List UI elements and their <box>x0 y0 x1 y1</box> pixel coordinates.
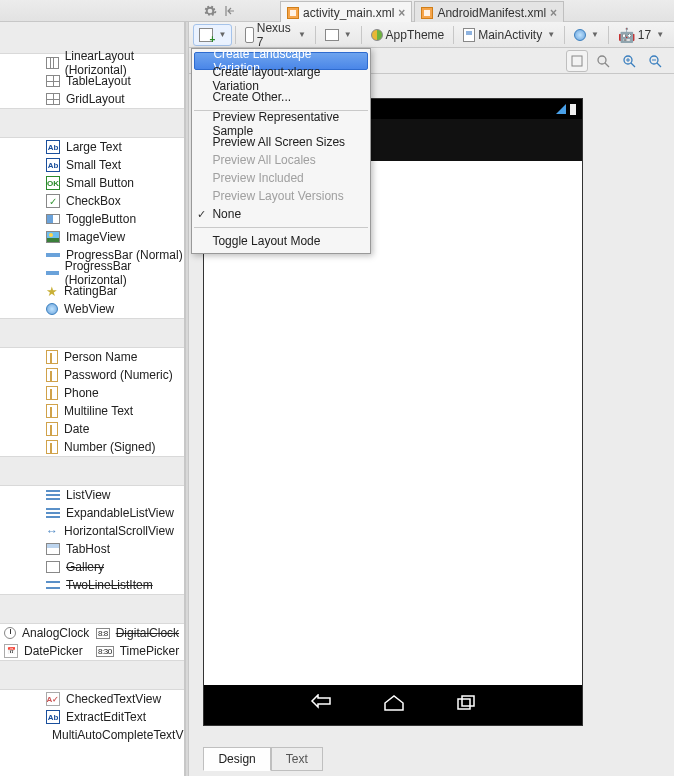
textfield-icon <box>46 350 58 364</box>
theme-dropdown[interactable]: AppTheme <box>365 24 451 46</box>
svg-line-8 <box>657 63 661 67</box>
collapse-icon[interactable] <box>220 0 240 21</box>
zoom-fit-button[interactable] <box>566 50 588 72</box>
clock-icon: 8:8 <box>96 628 110 639</box>
menu-none[interactable]: None <box>192 205 370 223</box>
palette-item-multiline[interactable]: Multiline Text <box>0 402 184 420</box>
palette-item-multiautocomplete[interactable]: MultiAutoCompleteTextView <box>0 726 184 744</box>
chevron-down-icon: ▼ <box>547 30 555 39</box>
palette-item-linearlayout-h[interactable]: LinearLayout (Horizontal) <box>0 54 184 72</box>
nav-home-icon <box>382 694 406 716</box>
palette-item-gallery[interactable]: Gallery <box>0 558 184 576</box>
palette-item-twolinelist[interactable]: TwoLineListItem <box>0 576 184 594</box>
signal-icon <box>556 104 566 114</box>
globe-icon <box>46 303 58 315</box>
xml-file-icon <box>421 7 433 19</box>
menu-toggle-layout[interactable]: Toggle Layout Mode <box>192 232 370 250</box>
menu-create-other[interactable]: Create Other... <box>192 88 370 106</box>
palette-item-expandablelist[interactable]: ExpandableListView <box>0 504 184 522</box>
palette-item-gridlayout[interactable]: GridLayout <box>0 90 184 108</box>
list-icon <box>46 489 60 501</box>
activity-dropdown[interactable]: MainActivity▼ <box>457 24 561 46</box>
palette-item-togglebutton[interactable]: ToggleButton <box>0 210 184 228</box>
zoom-in-button[interactable] <box>618 50 640 72</box>
theme-label: AppTheme <box>386 28 445 42</box>
palette-item-ratingbar[interactable]: ★RatingBar <box>0 282 184 300</box>
zoom-out-button[interactable] <box>644 50 666 72</box>
palette-item-number-signed[interactable]: Number (Signed) <box>0 438 184 456</box>
chevron-down-icon: ▼ <box>656 30 664 39</box>
palette-item-extractedittext[interactable]: AbExtractEditText <box>0 708 184 726</box>
close-icon[interactable]: × <box>398 6 405 20</box>
close-icon[interactable]: × <box>550 6 557 20</box>
palette-item-tabhost[interactable]: TabHost <box>0 540 184 558</box>
battery-icon <box>570 104 576 115</box>
button-icon: OK <box>46 176 60 190</box>
device-dropdown[interactable]: Nexus 7▼ <box>239 24 312 46</box>
clock-icon: 8:30 <box>96 646 114 657</box>
api-dropdown[interactable]: 🤖 17▼ <box>612 24 670 46</box>
bottom-tab-design[interactable]: Design <box>203 747 270 771</box>
svg-rect-0 <box>572 56 582 66</box>
text-icon: A✓ <box>46 692 60 706</box>
menu-preview-sizes[interactable]: Preview All Screen Sizes <box>192 133 370 151</box>
chevron-down-icon: ▼ <box>298 30 306 39</box>
gear-icon[interactable] <box>200 0 220 21</box>
textfield-icon <box>46 440 58 454</box>
menu-preview-included: Preview Included <box>192 169 370 187</box>
palette-item-imageview[interactable]: ImageView <box>0 228 184 246</box>
orientation-dropdown[interactable]: ▼ <box>319 24 358 46</box>
palette-item-checkbox[interactable]: ✓CheckBox <box>0 192 184 210</box>
palette-item-date[interactable]: Date <box>0 420 184 438</box>
palette-item-tablelayout[interactable]: TableLayout <box>0 72 184 90</box>
palette-item-password-num[interactable]: Password (Numeric) <box>0 366 184 384</box>
palette-item-analogclock[interactable]: AnalogClock <box>0 624 92 642</box>
activity-label: MainActivity <box>478 28 542 42</box>
palette-item-hscroll[interactable]: ↔HorizontalScrollView <box>0 522 184 540</box>
device-label: Nexus 7 <box>257 21 293 49</box>
textfield-icon <box>46 368 58 382</box>
calendar-icon: 📅 <box>4 644 18 658</box>
bottom-tab-text[interactable]: Text <box>271 747 323 771</box>
menu-preview-sample[interactable]: Preview Representative Sample <box>192 115 370 133</box>
textfield-icon <box>46 386 58 400</box>
tab-android-manifest[interactable]: AndroidManifest.xml × <box>414 1 564 23</box>
xml-file-icon <box>287 7 299 19</box>
chevron-down-icon: ▼ <box>591 30 599 39</box>
palette-item-digitalclock[interactable]: 8:8DigitalClock <box>92 624 184 642</box>
text-icon: Ab <box>46 710 60 724</box>
palette-item-webview[interactable]: WebView <box>0 300 184 318</box>
nav-recent-icon <box>456 694 476 716</box>
palette-item-small-button[interactable]: OKSmall Button <box>0 174 184 192</box>
locale-dropdown[interactable]: ▼ <box>568 24 605 46</box>
api-label: 17 <box>638 28 651 42</box>
palette-item-phone[interactable]: Phone <box>0 384 184 402</box>
progress-icon <box>46 253 60 257</box>
config-dropdown-button[interactable]: ▼ <box>193 24 232 46</box>
tab-activity-main[interactable]: activity_main.xml × <box>280 1 412 23</box>
menu-create-xlarge[interactable]: Create layout-xlarge Variation <box>192 70 370 88</box>
android-icon: 🤖 <box>618 28 635 42</box>
palette-item-datepicker[interactable]: 📅DatePicker <box>0 642 92 660</box>
palette-item-small-text[interactable]: AbSmall Text <box>0 156 184 174</box>
list-icon <box>46 507 60 519</box>
palette-item-progressbar-h[interactable]: ProgressBar (Horizontal) <box>0 264 184 282</box>
palette-item-large-text[interactable]: AbLarge Text <box>0 138 184 156</box>
palette-item-checkedtextview[interactable]: A✓CheckedTextView <box>0 690 184 708</box>
nav-back-icon <box>310 694 332 716</box>
clock-icon <box>4 627 16 639</box>
hscroll-icon: ↔ <box>46 524 58 538</box>
svg-line-4 <box>631 63 635 67</box>
palette-item-person-name[interactable]: Person Name <box>0 348 184 366</box>
text-icon: Ab <box>46 158 60 172</box>
palette-item-listview[interactable]: ListView <box>0 486 184 504</box>
palette-item-timepicker[interactable]: 8:30TimePicker <box>92 642 184 660</box>
activity-icon <box>463 28 475 42</box>
list-icon <box>46 579 60 591</box>
menu-preview-locales: Preview All Locales <box>192 151 370 169</box>
chevron-down-icon: ▼ <box>218 30 226 39</box>
zoom-actual-button[interactable] <box>592 50 614 72</box>
theme-icon <box>371 29 383 41</box>
nav-bar <box>204 685 582 725</box>
menu-preview-versions: Preview Layout Versions <box>192 187 370 205</box>
